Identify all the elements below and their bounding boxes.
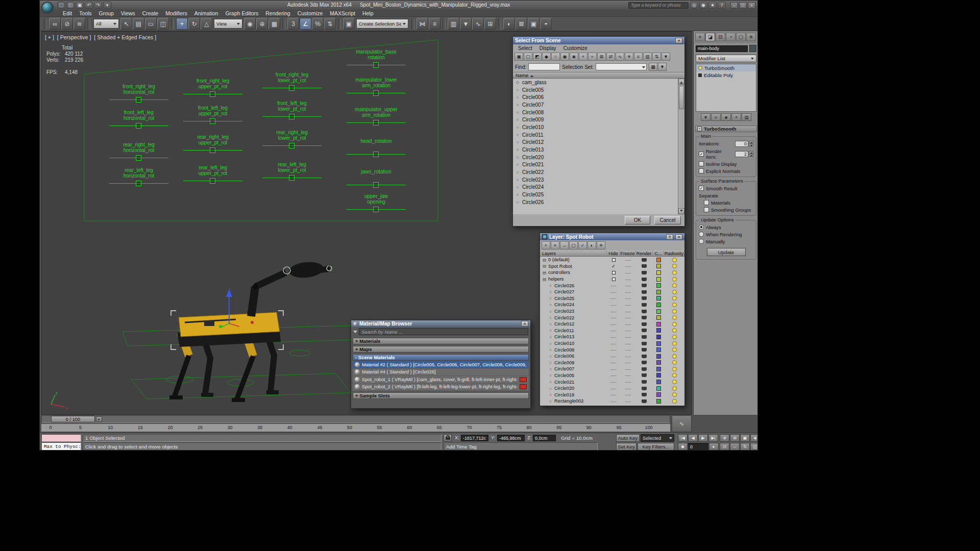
layer-radiosity-cell[interactable] xyxy=(664,309,684,314)
always-radio[interactable] xyxy=(699,224,704,230)
display-frozen-icon[interactable]: ✳ xyxy=(625,53,633,61)
zoom-extents-icon[interactable]: ▣ xyxy=(740,434,750,442)
manipulator-slider[interactable] xyxy=(109,97,168,103)
display-none-icon[interactable]: ▢ xyxy=(524,53,532,61)
material-section-bar[interactable]: + Materials xyxy=(353,338,529,344)
layer-freeze-cell[interactable]: ----- xyxy=(620,316,635,319)
manipulator-slider[interactable] xyxy=(347,207,406,212)
layer-color-cell[interactable] xyxy=(653,270,664,275)
time-slider-handle[interactable]: 0 / 100 xyxy=(51,416,95,422)
layer-radiosity-cell[interactable] xyxy=(664,283,684,288)
display-cameras-icon[interactable]: ◙ xyxy=(570,53,578,61)
layer-color-cell[interactable] xyxy=(653,367,664,371)
layer-freeze-cell[interactable]: ----- xyxy=(620,348,635,352)
keyboard-override-icon[interactable]: ▦ xyxy=(268,18,280,30)
manipulator-slider[interactable] xyxy=(347,62,406,68)
manipulator-slider[interactable] xyxy=(183,147,242,153)
layer-color-cell[interactable] xyxy=(653,315,664,320)
layer-render-cell[interactable] xyxy=(635,258,653,262)
manipulator-slider[interactable] xyxy=(347,182,406,188)
layer-freeze-cell[interactable]: ----- xyxy=(620,387,635,390)
layer-hide-cell[interactable] xyxy=(607,278,620,281)
sort-icon[interactable]: ⇅ xyxy=(652,53,661,61)
redo-icon[interactable]: ↷ xyxy=(94,2,102,9)
layer-color-cell[interactable] xyxy=(653,290,664,294)
close-icon[interactable]: × xyxy=(675,234,682,240)
layer-color-cell[interactable] xyxy=(653,277,664,282)
layer-hide-cell[interactable]: ----- xyxy=(607,316,620,319)
scroll-down-icon[interactable] xyxy=(678,208,684,214)
display-shapes-icon[interactable]: ○ xyxy=(551,53,560,61)
layer-radiosity-cell[interactable] xyxy=(664,386,684,391)
manipulator-slider[interactable] xyxy=(183,91,242,97)
ok-button[interactable]: OK xyxy=(625,216,650,224)
layer-radiosity-cell[interactable] xyxy=(664,290,684,294)
z-coordinate-field[interactable]: 0,0cm xyxy=(533,435,556,441)
select-and-rotate-icon[interactable]: ↻ xyxy=(188,18,200,30)
scene-list-item[interactable]: ○Circle012 xyxy=(513,139,684,146)
scene-list-item[interactable]: ○Circle005 xyxy=(513,86,684,94)
manipulator-slider[interactable] xyxy=(347,120,406,126)
layer-hide-cell[interactable]: ----- xyxy=(607,367,620,371)
layer-radiosity-cell[interactable] xyxy=(664,296,684,300)
layer-freeze-cell[interactable]: ----- xyxy=(620,258,635,262)
smoothing-groups-checkbox[interactable] xyxy=(704,207,709,212)
material-search-input[interactable]: Search by Name ... xyxy=(359,328,528,335)
scene-menu-display[interactable]: Display xyxy=(536,45,559,51)
manipulator-slider[interactable] xyxy=(347,152,406,157)
layer-row[interactable]: ○Circle010---------- xyxy=(540,340,684,347)
time-slider-step-button[interactable]: ▸ xyxy=(96,416,102,422)
scene-list-item[interactable]: ○Circle026 xyxy=(513,198,684,206)
layer-hide-cell[interactable]: ----- xyxy=(607,290,620,294)
display-tab[interactable]: ▢ xyxy=(736,33,746,41)
layer-color-cell[interactable] xyxy=(653,360,664,365)
scene-list-item[interactable]: ○Circle025 xyxy=(513,191,684,198)
display-groups-icon[interactable]: ⊞ xyxy=(597,53,606,61)
layer-freeze-cell[interactable]: ----- xyxy=(620,355,635,358)
material-item[interactable]: Material #4 ( Standard ) [Circle026] xyxy=(353,369,529,377)
selection-lock-toggle[interactable] xyxy=(444,434,452,441)
new-scene-icon[interactable]: ▢ xyxy=(57,2,65,9)
menu-views[interactable]: Views xyxy=(117,10,139,16)
angle-snap-icon[interactable]: ∠ xyxy=(300,18,311,30)
menu-group[interactable]: Group xyxy=(95,10,117,16)
layer-hide-cell[interactable]: ✓ xyxy=(607,263,620,269)
layer-radiosity-cell[interactable] xyxy=(664,380,684,384)
scene-list-item[interactable]: ○Circle024 xyxy=(513,184,684,191)
layer-column-0[interactable]: Layers xyxy=(540,251,607,256)
add-selection-to-layer-icon[interactable]: → xyxy=(560,241,569,249)
display-helpers-icon[interactable]: + xyxy=(579,53,587,61)
layer-column-2[interactable]: Freeze xyxy=(620,251,635,256)
layer-row[interactable]: ○Circle007---------- xyxy=(540,366,684,372)
smooth-result-checkbox[interactable]: ✓ xyxy=(699,186,704,191)
add-time-tag[interactable]: Add Time Tag xyxy=(444,442,598,450)
manipulator-slider[interactable] xyxy=(262,175,322,181)
scene-menu-customize[interactable]: Customize xyxy=(560,45,591,51)
layer-row[interactable]: ○Circle013---------- xyxy=(540,334,684,340)
layer-render-cell[interactable] xyxy=(635,367,653,371)
close-button[interactable]: × xyxy=(748,2,755,9)
update-button[interactable]: Update xyxy=(707,248,746,256)
scene-dialog-titlebar[interactable]: Select From Scene × xyxy=(513,37,684,44)
menu-customize[interactable]: Customize xyxy=(294,10,327,16)
layer-row[interactable]: ▤helpers----- xyxy=(540,276,684,283)
previous-frame-button[interactable]: ◀ xyxy=(688,434,698,442)
layer-hide-cell[interactable]: ----- xyxy=(607,329,620,332)
layer-row[interactable]: ○Circle022---------- xyxy=(540,314,684,321)
display-lights-icon[interactable]: ◉ xyxy=(560,53,569,61)
display-all-icon[interactable]: ▣ xyxy=(514,53,523,61)
snaps-toggle-icon[interactable]: 3 xyxy=(287,18,299,30)
layer-row[interactable]: ▤Spot Robot✓----- xyxy=(540,263,684,270)
percent-snap-icon[interactable]: % xyxy=(312,18,324,30)
scene-list-header[interactable]: Name xyxy=(513,72,684,79)
material-section-bar[interactable]: - Scene Materials xyxy=(353,354,529,361)
layer-render-cell[interactable] xyxy=(635,348,653,352)
configure-modifier-sets-button[interactable]: ▤ xyxy=(742,113,751,121)
spinner-arrows-icon[interactable] xyxy=(749,141,753,146)
save-file-icon[interactable]: ▣ xyxy=(76,2,84,9)
curve-editor-icon[interactable]: ∿ xyxy=(472,18,484,30)
select-by-name-icon[interactable]: ▤ xyxy=(133,18,144,30)
layer-column-1[interactable]: Hide xyxy=(607,251,620,256)
manipulator-slider[interactable] xyxy=(183,178,242,184)
layer-hide-cell[interactable]: ----- xyxy=(607,373,620,377)
